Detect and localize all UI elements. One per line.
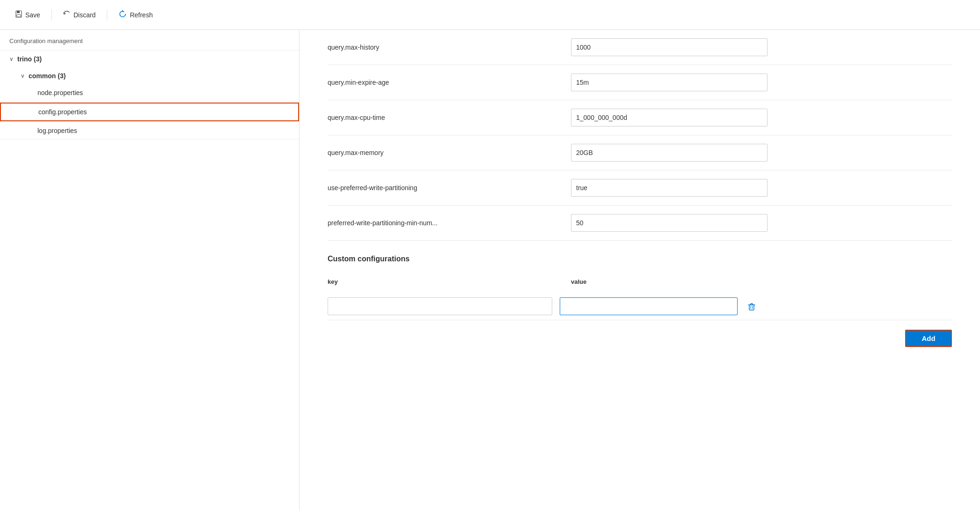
custom-row-0 <box>328 293 952 320</box>
sidebar-item-trino-label: trino (3) <box>17 55 42 63</box>
refresh-label: Refresh <box>130 11 153 19</box>
save-icon <box>15 10 22 20</box>
svg-rect-2 <box>17 15 21 17</box>
config-value-input-3[interactable] <box>571 144 768 162</box>
config-key-0: query.max-history <box>328 44 571 51</box>
sidebar-item-node-properties[interactable]: node.properties <box>0 84 299 102</box>
refresh-button[interactable]: Refresh <box>113 7 158 23</box>
add-button[interactable]: Add <box>905 330 952 347</box>
chevron-trino: ∨ <box>9 56 14 62</box>
right-panel: query.max-history query.min-expire-age q… <box>300 30 980 510</box>
toolbar: Save Discard Refresh <box>0 0 980 30</box>
sidebar-item-log-properties[interactable]: log.properties <box>0 122 299 140</box>
sidebar-item-node-label: node.properties <box>37 89 83 96</box>
custom-value-input-0[interactable] <box>560 297 738 315</box>
custom-configs-header: key value <box>328 274 952 289</box>
config-key-4: use-preferred-write-partitioning <box>328 184 571 192</box>
add-row: Add <box>328 320 952 356</box>
config-row-2: query.max-cpu-time <box>328 100 952 135</box>
custom-configs-title: Custom configurations <box>328 255 952 263</box>
config-value-input-0[interactable] <box>571 38 768 56</box>
config-value-input-1[interactable] <box>571 74 768 91</box>
sidebar-item-common-label: common (3) <box>29 72 66 80</box>
discard-label: Discard <box>73 11 95 19</box>
delete-row-button-0[interactable] <box>745 300 758 313</box>
config-key-2: query.max-cpu-time <box>328 114 571 121</box>
sidebar-item-log-label: log.properties <box>37 127 77 134</box>
refresh-icon <box>118 10 127 20</box>
config-key-1: query.min-expire-age <box>328 79 571 86</box>
svg-rect-1 <box>17 11 20 13</box>
sidebar-item-config-label: config.properties <box>38 108 87 116</box>
sidebar-item-config-properties[interactable]: config.properties <box>0 103 299 121</box>
discard-icon <box>63 10 71 20</box>
sidebar: Configuration management ∨ trino (3) ∨ c… <box>0 30 300 510</box>
chevron-common: ∨ <box>21 73 25 79</box>
config-key-5: preferred-write-partitioning-min-num... <box>328 219 571 227</box>
save-label: Save <box>25 11 40 19</box>
discard-button[interactable]: Discard <box>58 7 101 22</box>
toolbar-divider-2 <box>107 9 107 21</box>
config-value-input-2[interactable] <box>571 109 768 126</box>
save-button[interactable]: Save <box>9 7 46 22</box>
svg-rect-3 <box>749 305 754 310</box>
toolbar-divider <box>51 9 52 21</box>
sidebar-item-trino[interactable]: ∨ trino (3) <box>0 51 299 67</box>
custom-col-value-header: value <box>571 278 586 285</box>
config-row-4: use-preferred-write-partitioning <box>328 170 952 206</box>
trash-icon <box>747 302 756 311</box>
config-row-0: query.max-history <box>328 30 952 65</box>
custom-configs-section: Custom configurations key value <box>328 241 952 366</box>
config-value-input-5[interactable] <box>571 214 768 232</box>
sidebar-item-common[interactable]: ∨ common (3) <box>0 67 299 84</box>
custom-col-key-header: key <box>328 278 571 285</box>
config-row-3: query.max-memory <box>328 135 952 170</box>
config-row-1: query.min-expire-age <box>328 65 952 100</box>
sidebar-header: Configuration management <box>0 30 299 51</box>
custom-key-input-0[interactable] <box>328 297 552 315</box>
config-key-3: query.max-memory <box>328 149 571 156</box>
config-row-5: preferred-write-partitioning-min-num... <box>328 206 952 241</box>
main-content: Configuration management ∨ trino (3) ∨ c… <box>0 30 980 510</box>
config-value-input-4[interactable] <box>571 179 768 197</box>
